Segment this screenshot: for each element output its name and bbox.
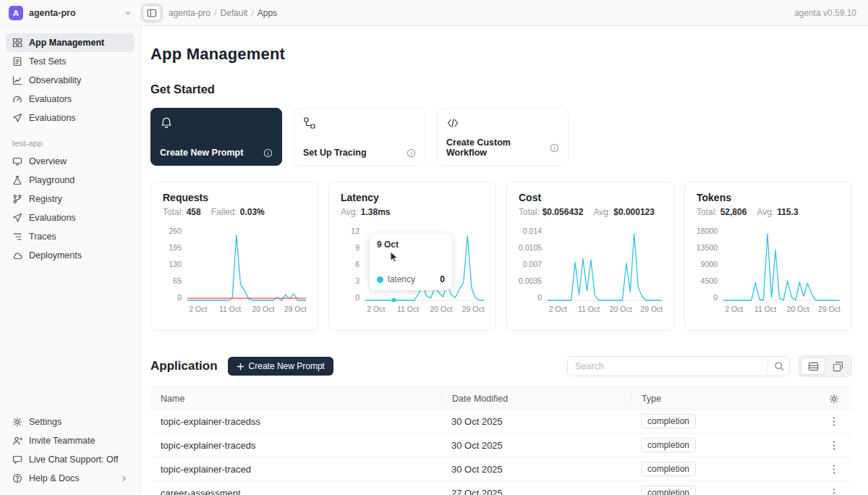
row-actions-kebab-icon[interactable] (830, 461, 838, 478)
list-tree-icon (12, 232, 22, 242)
metric-card-requests: Requests Total:458 Failed:0.03% 26019513… (150, 182, 318, 331)
sidebar-item-label: Playground (29, 175, 75, 185)
column-header-name: Name (150, 394, 441, 404)
sidebar-item-overview[interactable]: Overview (6, 152, 135, 171)
row-actions-kebab-icon[interactable] (830, 437, 838, 454)
x-axis-labels: 2 Oct11 Oct20 Oct29 Oct (365, 305, 484, 316)
flask-icon (12, 175, 22, 185)
sidebar-item-label: Evaluators (29, 94, 72, 104)
stat-value: 0.03% (240, 207, 265, 217)
metric-title: Cost (519, 192, 662, 203)
column-header-date-modified: Date Modified (441, 394, 631, 404)
table-view-button[interactable] (801, 358, 825, 375)
table-row[interactable]: topic-explainer-traceds 30 Oct 2025 comp… (150, 433, 852, 457)
table-row[interactable]: career-assessment 27 Oct 2025 completion (150, 481, 852, 495)
sidebar-item-traces[interactable]: Traces (6, 227, 135, 246)
sidebar-item-label: Live Chat Support: Off (29, 454, 118, 465)
card-view-button[interactable] (825, 358, 850, 375)
sidebar-item-observability[interactable]: Observability (6, 71, 135, 90)
row-actions-kebab-icon[interactable] (830, 413, 838, 430)
breadcrumb-workspace[interactable]: agenta-pro (169, 8, 210, 18)
sidebar-item-settings[interactable]: Settings (6, 412, 135, 431)
workspace-avatar: A (9, 6, 23, 20)
tracing-nodes-icon (303, 117, 416, 130)
stat-label: Failed: (211, 207, 237, 217)
user-plus-icon (12, 436, 22, 446)
sidebar-item-playground[interactable]: Playground (6, 171, 135, 190)
sidebar-item-app-management[interactable]: App Management (6, 33, 135, 52)
paper-plane-icon (12, 113, 22, 123)
app-version: agenta v0.59.10 (794, 8, 868, 18)
table-row[interactable]: topic-explainer-traced 30 Oct 2025 compl… (150, 457, 852, 481)
metric-title: Requests (163, 192, 306, 203)
application-heading: Application (150, 359, 218, 373)
sidebar-item-label: Registry (29, 194, 62, 204)
search-icon[interactable] (767, 357, 789, 376)
view-toggle (799, 355, 852, 377)
page-title: App Management (150, 45, 852, 64)
breadcrumb-project[interactable]: Default (220, 8, 247, 18)
search-input[interactable] (568, 361, 767, 371)
table-row[interactable]: topic-explainer-tracedss 30 Oct 2025 com… (150, 410, 852, 433)
app-name: topic-explainer-traced (150, 464, 441, 475)
sidebar-item-test-sets[interactable]: Test Sets (6, 52, 135, 71)
sidebar-item-label: Settings (29, 417, 61, 427)
stat-value: 115.3 (777, 207, 798, 217)
y-axis-labels: 260195130650 (163, 227, 182, 302)
type-badge: completion (641, 486, 696, 495)
sidebar-item-label: Invite Teammate (29, 436, 95, 446)
sidebar-item-live-chat-support[interactable]: Live Chat Support: Off (6, 450, 135, 469)
tokens-chart: 2 Oct11 Oct20 Oct29 Oct (723, 227, 840, 316)
sidebar-app-section-label: test-app (12, 139, 128, 148)
chevron-right-icon (120, 475, 128, 483)
app-date-modified: 30 Oct 2025 (441, 440, 631, 451)
sidebar-item-evaluators[interactable]: Evaluators (6, 90, 135, 109)
table-header: Name Date Modified Type (150, 388, 852, 410)
sidebar-item-help-docs[interactable]: Help & Docs (6, 469, 135, 488)
code-icon (446, 117, 559, 130)
create-new-prompt-button[interactable]: Create New Prompt (228, 357, 333, 376)
search-box (567, 356, 790, 376)
y-axis-labels: 0.0140.01050.0070.00350 (519, 227, 542, 302)
get-started-cards: Create New Prompt Set Up Tracing Create … (150, 108, 852, 166)
app-name: topic-explainer-traceds (150, 440, 441, 451)
sidebar-footer: Settings Invite Teammate Live Chat Suppo… (6, 412, 135, 488)
create-custom-workflow-card[interactable]: Create Custom Workflow (437, 108, 569, 166)
table-settings-gear-icon[interactable] (829, 394, 839, 404)
sidebar-item-app-evaluations[interactable]: Evaluations (6, 208, 135, 227)
plus-icon (237, 363, 244, 371)
app-name: career-assessment (150, 488, 441, 495)
sidebar-item-label: Traces (29, 232, 56, 242)
card-label: Set Up Tracing (303, 148, 367, 158)
column-header-type: Type (631, 394, 816, 404)
info-icon[interactable] (407, 148, 416, 158)
workspace-selector[interactable]: A agenta-pro (0, 6, 141, 20)
requests-chart: 2 Oct11 Oct20 Oct29 Oct (187, 227, 306, 316)
cloud-icon (12, 250, 22, 261)
x-axis-labels: 2 Oct11 Oct20 Oct29 Oct (187, 305, 306, 316)
create-new-prompt-card[interactable]: Create New Prompt (150, 108, 282, 166)
git-branch-icon (12, 194, 22, 204)
sidebar-toggle-button[interactable] (142, 5, 161, 21)
set-up-tracing-card[interactable]: Set Up Tracing (294, 108, 425, 166)
sidebar: App Management Test Sets Observability E… (0, 26, 141, 495)
y-axis-labels: 1800013500900045000 (697, 227, 718, 302)
sidebar-item-label: App Management (29, 38, 104, 48)
info-icon[interactable] (263, 148, 273, 158)
metric-title: Tokens (697, 192, 840, 203)
chat-bubble-icon (12, 454, 22, 465)
sidebar-item-label: Evaluations (29, 113, 76, 123)
sidebar-item-evaluations[interactable]: Evaluations (6, 109, 135, 127)
breadcrumb-page[interactable]: Apps (258, 8, 277, 18)
cost-chart: 2 Oct11 Oct20 Oct29 Oct (548, 227, 662, 316)
sidebar-item-registry[interactable]: Registry (6, 190, 135, 208)
sidebar-item-label: Observability (29, 75, 81, 85)
document-icon (12, 56, 22, 67)
stat-label: Avg: (757, 207, 774, 217)
sidebar-item-deployments[interactable]: Deployments (6, 246, 135, 265)
info-icon[interactable] (550, 143, 559, 153)
row-actions-kebab-icon[interactable] (830, 485, 838, 495)
breadcrumb-separator: / (251, 8, 253, 18)
sidebar-item-label: Help & Docs (29, 473, 79, 483)
sidebar-item-invite-teammate[interactable]: Invite Teammate (6, 431, 135, 450)
